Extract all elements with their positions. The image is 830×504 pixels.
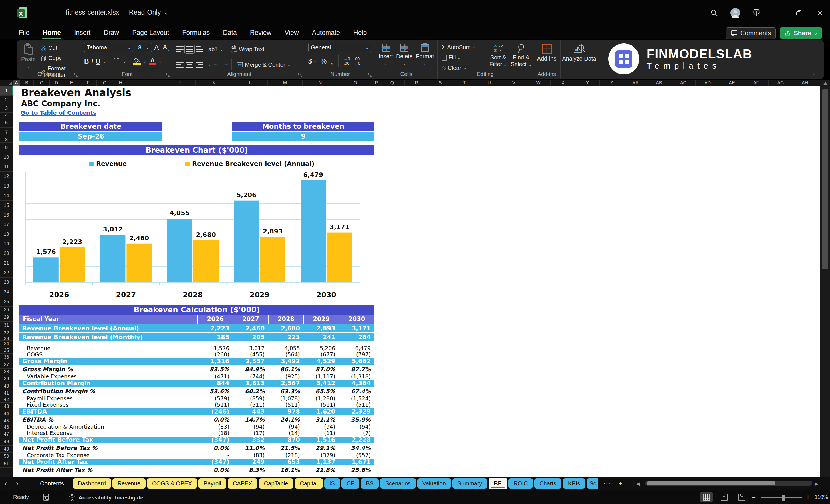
cell-value[interactable]: (797) bbox=[339, 351, 374, 357]
cell-value[interactable]: 3,412 bbox=[304, 380, 339, 387]
column-header-A[interactable]: A bbox=[13, 80, 20, 86]
column-header-P[interactable]: P bbox=[373, 80, 380, 86]
row-header-13[interactable]: 13 bbox=[0, 181, 13, 191]
column-header-AH[interactable]: AH bbox=[793, 80, 817, 86]
cell-value[interactable]: 0.0% bbox=[197, 466, 233, 474]
comma-format-button[interactable]: , bbox=[331, 60, 333, 63]
percent-format-button[interactable]: % bbox=[321, 57, 327, 65]
cell-value[interactable]: (925) bbox=[268, 373, 304, 380]
fill-color-button[interactable] bbox=[133, 58, 141, 65]
cell-value[interactable]: 1,137 bbox=[304, 459, 339, 465]
prev-sheet-icon[interactable]: ‹ bbox=[0, 479, 11, 487]
row-header-11[interactable]: 11 bbox=[0, 162, 13, 171]
select-all-corner[interactable] bbox=[0, 80, 13, 86]
cell-value[interactable]: 870 bbox=[268, 437, 304, 443]
cell-value[interactable] bbox=[339, 341, 374, 345]
table-row-cogs[interactable]: COGS(260)(455)(564)(677)(797) bbox=[20, 351, 374, 357]
increase-indent-button[interactable]: →≡ bbox=[219, 62, 228, 68]
zoom-level[interactable]: 110% bbox=[815, 494, 828, 500]
ribbon-tab-automate[interactable]: Automate bbox=[308, 27, 345, 38]
cell-value[interactable]: 249 bbox=[233, 459, 268, 465]
row-header-36[interactable]: 36 bbox=[0, 353, 13, 361]
cell-value[interactable]: 443 bbox=[233, 408, 268, 415]
sheet-tab-bs[interactable]: BS bbox=[361, 478, 379, 489]
cell-value[interactable]: 5,682 bbox=[339, 358, 374, 365]
font-color-button[interactable]: A bbox=[149, 58, 156, 65]
row-header-25[interactable]: 25 bbox=[0, 297, 13, 307]
cell-value[interactable]: 87.0% bbox=[304, 365, 339, 373]
row-header-23[interactable]: 23 bbox=[0, 278, 13, 287]
row-header-12[interactable]: 12 bbox=[0, 171, 13, 181]
cell-value[interactable]: 4,364 bbox=[339, 380, 374, 387]
column-header-AE[interactable]: AE bbox=[720, 80, 744, 86]
cell-value[interactable]: (1,524) bbox=[339, 395, 374, 402]
column-header-L[interactable]: L bbox=[233, 80, 268, 86]
row-header-45[interactable]: 45 bbox=[0, 418, 13, 424]
table-row-contribution-margin[interactable]: Contribution Margin8441,8132,5673,4124,3… bbox=[20, 380, 374, 387]
cell-value[interactable]: 332 bbox=[233, 437, 268, 443]
normal-view-button[interactable] bbox=[700, 492, 713, 502]
year-header-2026[interactable]: 2026 bbox=[197, 315, 233, 323]
row-header-32[interactable]: 32 bbox=[0, 329, 13, 337]
cell-value[interactable]: (1,078) bbox=[268, 395, 304, 402]
cell-value[interactable]: (260) bbox=[197, 351, 233, 357]
table-row-fixed-expenses[interactable]: Fixed Expenses(511)(511)(511)(511)(511) bbox=[20, 402, 374, 408]
borders-button[interactable] bbox=[113, 58, 121, 65]
ribbon-tab-view[interactable]: View bbox=[280, 27, 303, 38]
cell-value[interactable] bbox=[268, 341, 304, 345]
table-row-revenue[interactable]: Revenue1,5763,0124,0555,2066,479 bbox=[20, 345, 374, 351]
table-row-net-profit-after-tax[interactable]: Net Profit After Tax %0.0%8.3%16.1%21.8%… bbox=[20, 466, 374, 474]
sheet-tab-dashboard[interactable]: Dashboard bbox=[73, 478, 111, 489]
sheet-tab-revenue[interactable]: Revenue bbox=[113, 478, 146, 489]
cell-value[interactable]: 2,329 bbox=[339, 408, 374, 415]
column-header-G[interactable]: G bbox=[97, 80, 113, 86]
table-row-gross-margin[interactable]: Gross Margin %83.5%84.9%86.1%87.0%87.7% bbox=[20, 365, 374, 373]
cell-value[interactable]: (557) bbox=[339, 452, 374, 458]
more-sheets-icon[interactable]: ⋯ bbox=[604, 479, 610, 487]
cell-value[interactable]: (579) bbox=[197, 395, 233, 402]
copy-button[interactable]: Copy ⌄ bbox=[40, 54, 81, 62]
cell-value[interactable]: (347) bbox=[197, 437, 233, 443]
cell-value[interactable]: 1,620 bbox=[304, 408, 339, 415]
table-row-revenue-breakeven-level-monthly[interactable]: Revenue Breakeven level (Monthly)1852052… bbox=[20, 333, 374, 341]
cell-value[interactable]: (1,117) bbox=[304, 373, 339, 380]
sort-filter-button[interactable]: AZ Sort & Filter ⌄ bbox=[487, 43, 509, 72]
table-row-spacer[interactable] bbox=[20, 341, 374, 345]
insert-cells-button[interactable]: Insert⌄ bbox=[379, 43, 393, 65]
sheet-tab-payroll[interactable]: Payroll bbox=[198, 478, 226, 489]
horizontal-scrollbar[interactable] bbox=[645, 480, 812, 486]
cell-value[interactable]: 1,316 bbox=[197, 358, 233, 365]
column-header-S[interactable]: S bbox=[428, 80, 452, 86]
cell-value[interactable]: 24.1% bbox=[268, 416, 304, 423]
cell-value[interactable]: 5,206 bbox=[304, 345, 339, 351]
cell-value[interactable]: (347) bbox=[197, 459, 233, 465]
cell-value[interactable]: 29.1% bbox=[304, 444, 339, 452]
row-header-8[interactable]: 8 bbox=[0, 137, 13, 143]
cell-value[interactable]: 67.4% bbox=[339, 387, 374, 395]
align-left-button[interactable] bbox=[176, 62, 184, 67]
cell-value[interactable]: 1,576 bbox=[197, 345, 233, 351]
cell-value[interactable]: 31.1% bbox=[304, 416, 339, 423]
column-header-O[interactable]: O bbox=[338, 80, 373, 86]
align-top-button[interactable] bbox=[176, 46, 184, 52]
table-row-gross-margin[interactable]: Gross Margin1,3162,5573,4924,5295,682 bbox=[20, 357, 374, 365]
ribbon-tab-formulas[interactable]: Formulas bbox=[178, 27, 214, 38]
align-center-button[interactable] bbox=[186, 62, 193, 67]
cell-value[interactable]: (511) bbox=[197, 402, 233, 408]
cell-value[interactable]: 11.0% bbox=[233, 444, 268, 452]
column-header-T[interactable]: T bbox=[452, 80, 477, 86]
column-header-R[interactable]: R bbox=[405, 80, 428, 86]
cell-value[interactable]: (11) bbox=[304, 430, 339, 436]
cell-value[interactable]: - bbox=[197, 452, 233, 458]
column-header-F[interactable]: F bbox=[80, 80, 97, 86]
row-header-22[interactable]: 22 bbox=[0, 268, 13, 278]
sheet-tab-summary[interactable]: Summary bbox=[452, 478, 487, 489]
row-header-2[interactable]: 2 bbox=[0, 96, 13, 104]
row-header-38[interactable]: 38 bbox=[0, 369, 13, 375]
column-header-I[interactable]: I bbox=[128, 80, 164, 86]
table-row-corporate-tax-expense[interactable]: Corporate Tax Expense-(83)(218)(379)(557… bbox=[20, 452, 374, 458]
cell-value[interactable]: 14.7% bbox=[233, 416, 268, 423]
table-row-revenue-breakeven-level-annual[interactable]: Revenue Breakeven level (Annual)2,2232,4… bbox=[20, 324, 374, 333]
table-row-net-profit-before-tax[interactable]: Net Profit Before Tax(347)3328701,5162,2… bbox=[20, 436, 374, 444]
column-header-AB[interactable]: AB bbox=[647, 80, 671, 86]
